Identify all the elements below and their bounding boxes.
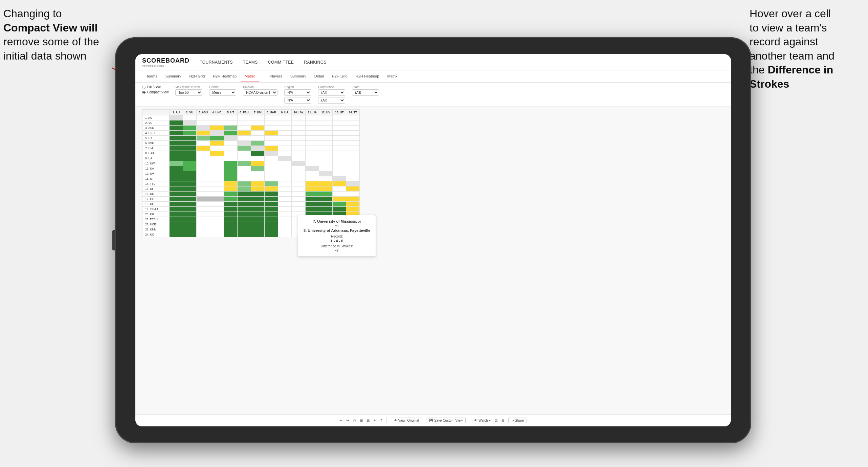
matrix-cell[interactable] xyxy=(224,161,237,166)
matrix-cell[interactable] xyxy=(278,197,291,202)
matrix-cell[interactable] xyxy=(278,156,291,161)
matrix-cell[interactable] xyxy=(291,207,305,212)
matrix-container[interactable]: 1. AU 2. VU 3. ASU 4. UNC 5. UT 6. FSU 7… xyxy=(135,107,731,414)
sub-nav-summary[interactable]: Summary xyxy=(161,70,185,82)
matrix-cell[interactable] xyxy=(237,161,251,166)
matrix-cell[interactable] xyxy=(306,186,319,192)
matrix-cell[interactable] xyxy=(210,131,224,136)
sub-nav-detail[interactable]: Detail xyxy=(310,70,328,82)
full-view-option[interactable]: Full View xyxy=(142,85,169,89)
matrix-cell[interactable] xyxy=(224,176,237,181)
matrix-cell[interactable] xyxy=(224,181,237,186)
matrix-cell[interactable] xyxy=(251,120,264,126)
matrix-cell[interactable] xyxy=(333,141,346,146)
matrix-cell[interactable] xyxy=(278,232,291,237)
matrix-cell[interactable] xyxy=(170,222,183,227)
matrix-cell[interactable] xyxy=(306,161,319,166)
toolbar-grid3[interactable]: ⊞ xyxy=(502,419,504,422)
sub-nav-h2h-grid[interactable]: H2H Grid xyxy=(185,70,209,82)
matrix-cell[interactable] xyxy=(210,166,224,171)
matrix-cell[interactable] xyxy=(197,202,210,207)
matrix-cell[interactable] xyxy=(264,115,278,120)
matrix-cell[interactable] xyxy=(346,120,360,126)
matrix-cell[interactable] xyxy=(306,202,319,207)
matrix-cell[interactable] xyxy=(224,232,237,237)
matrix-cell[interactable] xyxy=(170,181,183,186)
matrix-cell[interactable] xyxy=(264,227,278,232)
matrix-cell[interactable] xyxy=(346,141,360,146)
matrix-cell[interactable] xyxy=(333,156,346,161)
matrix-cell[interactable] xyxy=(333,120,346,126)
matrix-cell[interactable] xyxy=(306,115,319,120)
matrix-cell[interactable] xyxy=(237,156,251,161)
matrix-cell[interactable] xyxy=(210,186,224,192)
matrix-cell[interactable] xyxy=(333,136,346,141)
matrix-cell[interactable] xyxy=(333,192,346,197)
matrix-cell[interactable] xyxy=(170,151,183,156)
matrix-cell[interactable] xyxy=(264,171,278,176)
matrix-cell[interactable] xyxy=(237,176,251,181)
sub-nav-h2h-heatmap[interactable]: H2H Heatmap xyxy=(209,70,241,82)
matrix-cell[interactable] xyxy=(197,207,210,212)
matrix-cell[interactable] xyxy=(319,181,333,186)
matrix-cell[interactable] xyxy=(170,212,183,217)
matrix-cell[interactable] xyxy=(278,131,291,136)
matrix-cell[interactable] xyxy=(306,156,319,161)
toolbar-plus[interactable]: + xyxy=(374,419,376,422)
matrix-cell[interactable] xyxy=(264,166,278,171)
toolbar-save-custom[interactable]: 💾 Save Custom View xyxy=(426,418,466,423)
matrix-cell[interactable] xyxy=(278,217,291,222)
toolbar-undo[interactable]: ↩ xyxy=(339,419,342,422)
matrix-cell[interactable] xyxy=(237,151,251,156)
matrix-cell[interactable] xyxy=(306,207,319,212)
matrix-cell[interactable] xyxy=(237,222,251,227)
matrix-cell[interactable] xyxy=(264,186,278,192)
matrix-cell[interactable] xyxy=(197,222,210,227)
matrix-cell[interactable] xyxy=(346,115,360,120)
matrix-cell[interactable] xyxy=(346,151,360,156)
matrix-cell[interactable] xyxy=(319,146,333,151)
matrix-cell[interactable] xyxy=(291,131,305,136)
matrix-cell[interactable] xyxy=(319,176,333,181)
matrix-cell[interactable] xyxy=(251,192,264,197)
matrix-cell[interactable] xyxy=(278,136,291,141)
full-view-radio[interactable] xyxy=(142,86,146,89)
matrix-cell[interactable] xyxy=(291,202,305,207)
matrix-cell[interactable] xyxy=(291,115,305,120)
matrix-cell[interactable] xyxy=(183,141,197,146)
matrix-cell[interactable] xyxy=(210,222,224,227)
matrix-cell[interactable] xyxy=(278,146,291,151)
matrix-cell[interactable] xyxy=(170,115,183,120)
matrix-cell[interactable] xyxy=(346,207,360,212)
matrix-cell[interactable] xyxy=(346,126,360,131)
matrix-cell[interactable] xyxy=(197,171,210,176)
matrix-cell[interactable] xyxy=(319,151,333,156)
matrix-cell[interactable] xyxy=(278,161,291,166)
matrix-cell[interactable] xyxy=(251,212,264,217)
matrix-cell[interactable] xyxy=(319,192,333,197)
matrix-cell[interactable] xyxy=(278,176,291,181)
matrix-cell[interactable] xyxy=(264,126,278,131)
matrix-cell[interactable] xyxy=(278,212,291,217)
matrix-cell[interactable] xyxy=(278,151,291,156)
matrix-cell[interactable] xyxy=(170,197,183,202)
matrix-cell[interactable] xyxy=(264,212,278,217)
matrix-cell[interactable] xyxy=(183,207,197,212)
toolbar-redo[interactable]: ↪ xyxy=(346,419,349,422)
gender-select[interactable]: Men's xyxy=(209,89,236,96)
matrix-cell[interactable] xyxy=(210,156,224,161)
matrix-cell[interactable] xyxy=(333,207,346,212)
matrix-cell[interactable] xyxy=(251,151,264,156)
matrix-cell[interactable] xyxy=(237,136,251,141)
matrix-cell[interactable] xyxy=(237,227,251,232)
matrix-cell[interactable] xyxy=(197,176,210,181)
matrix-cell[interactable] xyxy=(319,197,333,202)
matrix-cell[interactable] xyxy=(264,156,278,161)
sub-nav-matrix[interactable]: Matrix xyxy=(241,70,259,82)
matrix-cell[interactable] xyxy=(183,161,197,166)
matrix-cell[interactable] xyxy=(319,120,333,126)
matrix-cell[interactable] xyxy=(333,166,346,171)
matrix-cell[interactable] xyxy=(197,181,210,186)
matrix-cell[interactable] xyxy=(224,131,237,136)
matrix-cell[interactable] xyxy=(251,181,264,186)
